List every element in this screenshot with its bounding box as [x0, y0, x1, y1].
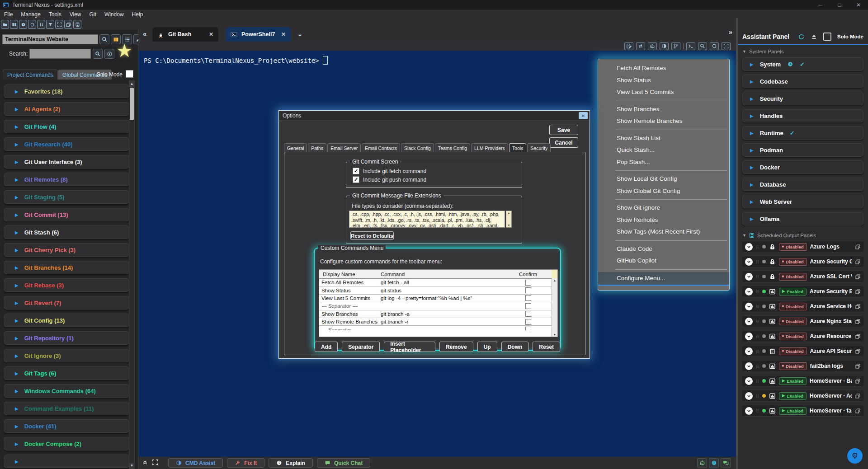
expand-triangle-icon[interactable]: ▶	[15, 336, 19, 341]
copy-icon[interactable]	[855, 259, 861, 265]
copy-icon[interactable]	[855, 393, 861, 399]
copy-icon[interactable]	[855, 378, 861, 384]
sidebar-category[interactable]: ▶Favorites (18)	[4, 84, 129, 98]
chevron-down-icon[interactable]	[745, 392, 753, 400]
window-controls[interactable]: ─ □ ✕	[811, 0, 868, 10]
copy-icon[interactable]	[855, 304, 861, 310]
expand-triangle-icon[interactable]: ▶	[15, 212, 19, 217]
scheduled-panel-row[interactable]: ⏹DisabledAzure Resource Monitoring	[741, 330, 864, 342]
tabs-scroll-left-icon[interactable]: «	[143, 30, 146, 38]
menu-item[interactable]: Show Tags (Most Recent First)	[598, 226, 729, 238]
menu-item[interactable]: Show Remote Branches	[598, 115, 729, 127]
system-panel-security[interactable]: ▶Security	[742, 92, 863, 105]
history-icon[interactable]	[710, 42, 719, 50]
separator-button[interactable]: Separator	[342, 342, 380, 352]
expand-triangle-icon[interactable]: ▶	[750, 113, 754, 118]
sidebar-category[interactable]: ▶Git Research (40)	[4, 137, 129, 151]
expand-triangle-icon[interactable]: ▶	[15, 371, 19, 376]
insert-placeholder-button[interactable]: Insert Placeholder	[384, 342, 435, 352]
menu-item[interactable]: Show Local Git Config	[598, 173, 729, 185]
menu-manage[interactable]: Manage	[17, 10, 44, 19]
expand-triangle-icon[interactable]: ▶	[15, 389, 19, 394]
confirm-checkbox[interactable]	[525, 327, 531, 330]
sidebar-category[interactable]: ▶Git Tags (6)	[4, 366, 129, 380]
scheduled-panel-row[interactable]: ▶EnabledHomeServer - BackInTime	[741, 375, 864, 387]
chevron-down-icon[interactable]	[745, 243, 753, 251]
table-row[interactable]: Show Remote Branchesgit branch -r	[319, 318, 557, 326]
copy-icon[interactable]	[855, 348, 861, 354]
menu-item[interactable]: Show Remotes	[598, 214, 729, 226]
expand-triangle-icon[interactable]: ▶	[15, 441, 19, 446]
copy-icon[interactable]	[855, 274, 861, 280]
close-icon[interactable]: ✕	[849, 0, 868, 10]
drag-handle-icon[interactable]	[756, 304, 759, 310]
tabs-scroll-right-icon[interactable]: »	[729, 28, 732, 36]
dialog-tab-email-contacts[interactable]: Email Contacts	[362, 143, 400, 152]
dialog-tab-slack-config[interactable]: Slack Config	[401, 143, 434, 152]
close-tab-icon[interactable]: ✕	[209, 31, 213, 38]
section-collapse-icon[interactable]: ▼	[742, 49, 746, 54]
expand-icon[interactable]	[722, 42, 731, 50]
expand-triangle-icon[interactable]: ▶	[15, 318, 19, 323]
drag-handle-icon[interactable]	[756, 378, 759, 384]
expand-triangle-icon[interactable]: ▶	[750, 96, 754, 101]
menu-item[interactable]: Show Global Git Config	[598, 185, 729, 197]
expand-triangle-icon[interactable]: ▶	[750, 148, 754, 153]
menu-view[interactable]: View	[66, 10, 85, 19]
checkbox[interactable]: ✓	[353, 168, 359, 174]
dialog-tab-paths[interactable]: Paths	[308, 143, 326, 152]
sidebar-category[interactable]: ▶AI Agents (2)	[4, 102, 129, 116]
expand-triangle-icon[interactable]: ▶	[750, 199, 754, 204]
system-panel-runtime[interactable]: ▶Runtime✓	[742, 126, 863, 140]
confirm-checkbox[interactable]	[525, 311, 531, 317]
system-panel-codebase[interactable]: ▶Codebase	[742, 75, 863, 88]
sidebar-category[interactable]: ▶Git Config (13)	[4, 314, 129, 327]
dialog-tab-llm-providers[interactable]: LLM Providers	[471, 143, 508, 152]
terminal-prompt-icon[interactable]	[686, 42, 695, 50]
collapse-up-icon[interactable]	[142, 459, 148, 467]
swap-arrows-icon[interactable]	[636, 42, 645, 50]
menu-item[interactable]: Show Git ignore	[598, 202, 729, 214]
confirm-checkbox[interactable]	[525, 280, 531, 286]
dialog-title-bar[interactable]: Options ✕	[279, 111, 590, 121]
menu-help[interactable]: Help	[128, 10, 147, 19]
expand-triangle-icon[interactable]: ▶	[750, 216, 754, 221]
expand-triangle-icon[interactable]: ▶	[750, 79, 754, 84]
system-panels-section[interactable]: ▼ System Panels	[738, 45, 868, 54]
system-panel-handles[interactable]: ▶Handles	[742, 109, 863, 122]
chat-bubbles-icon[interactable]	[721, 458, 731, 468]
sidebar-category[interactable]: ▶Git Rebase (3)	[4, 278, 129, 292]
chevron-down-icon[interactable]	[745, 333, 753, 340]
expand-triangle-icon[interactable]: ▶	[15, 177, 19, 182]
scheduled-panels-section[interactable]: ▼ Scheduled Output Panels	[738, 229, 868, 238]
add-button[interactable]: Add	[315, 342, 338, 352]
menu-item[interactable]: Pop Stash...	[598, 156, 729, 169]
chevron-down-icon[interactable]	[745, 362, 753, 370]
expand-triangle-icon[interactable]: ▶	[15, 89, 19, 94]
expand-icon[interactable]	[152, 459, 158, 467]
filter-icon[interactable]	[46, 20, 54, 29]
fix-it-button[interactable]: Fix It	[227, 458, 264, 468]
chevron-down-icon[interactable]	[745, 318, 753, 325]
copy-icon[interactable]	[855, 319, 861, 324]
chevron-down-icon[interactable]	[745, 377, 753, 385]
clock-icon[interactable]	[19, 20, 27, 29]
menu-window[interactable]: Window	[100, 10, 128, 19]
scroll-up-icon[interactable]: ▲	[129, 81, 134, 87]
section-collapse-icon[interactable]: ▼	[742, 233, 746, 238]
table-row[interactable]: Show Branchesgit branch -a	[319, 310, 557, 318]
chevron-down-icon[interactable]	[745, 258, 753, 266]
expand-triangle-icon[interactable]: ▶	[750, 62, 754, 67]
solo-mode-checkbox[interactable]	[823, 33, 831, 41]
drag-handle-icon[interactable]	[756, 393, 759, 399]
up-button[interactable]: Up	[477, 342, 497, 352]
scheduled-panel-row[interactable]: ⏹DisabledAzure Service Health Check	[741, 300, 864, 312]
robot-icon[interactable]	[697, 458, 707, 468]
hint-lightbulb-button[interactable]	[847, 448, 863, 464]
sidebar-category[interactable]: ▶Windows Commands (64)	[4, 384, 129, 398]
sidebar-category[interactable]: ▶Git Branches (14)	[4, 261, 129, 274]
dialog-tab-email-server[interactable]: Email Server	[327, 143, 361, 152]
expand-triangle-icon[interactable]: ▶	[15, 230, 19, 235]
chevron-down-icon[interactable]	[745, 288, 753, 295]
expand-triangle-icon[interactable]: ▶	[15, 353, 19, 358]
